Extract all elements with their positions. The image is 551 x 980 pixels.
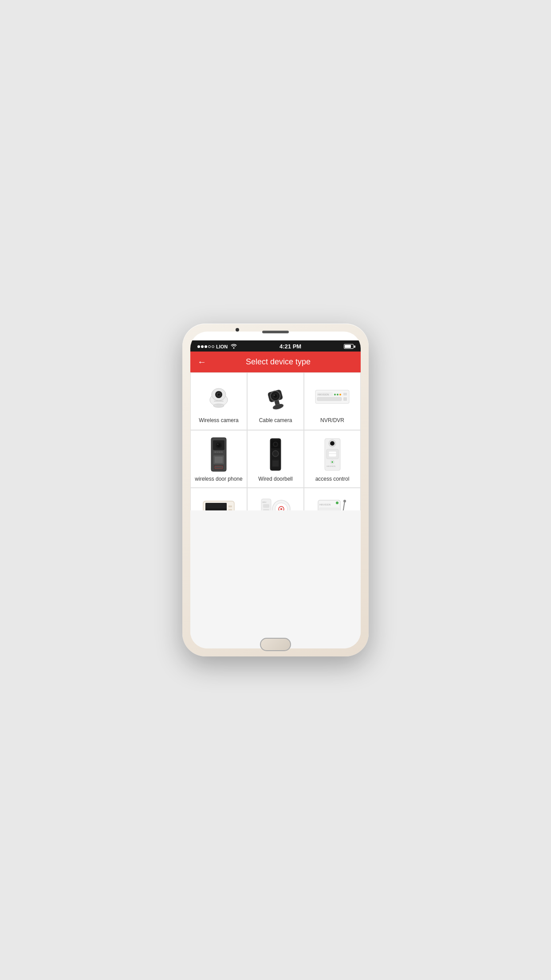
- device-image-wireless-camera: [201, 380, 236, 414]
- wifi-icon: [231, 344, 237, 350]
- device-label-access-control: access control: [315, 476, 350, 483]
- signal-dot-2: [201, 345, 204, 348]
- svg-text:HIKVISION: HIKVISION: [318, 393, 329, 396]
- svg-rect-22: [317, 397, 342, 401]
- svg-rect-32: [215, 457, 223, 463]
- battery-fill: [345, 345, 351, 348]
- carrier-label: LION: [216, 344, 228, 349]
- svg-point-15: [272, 403, 284, 410]
- device-label-wireless-door-phone-1: wireless door phone: [195, 476, 242, 483]
- app-header: ← Select device type: [190, 352, 361, 372]
- svg-rect-7: [216, 404, 221, 407]
- svg-rect-59: [228, 506, 232, 507]
- device-label-wired-doorbell: Wired doorbell: [258, 476, 292, 483]
- svg-point-20: [337, 394, 338, 395]
- svg-rect-34: [215, 466, 223, 469]
- device-image-wireless-door-phone-2: H: [201, 495, 236, 510]
- status-left: LION: [197, 344, 237, 350]
- signal-dot-5: [212, 345, 214, 348]
- svg-rect-66: [263, 504, 269, 508]
- svg-point-40: [273, 451, 278, 456]
- svg-rect-16: [315, 390, 349, 403]
- device-label-nvr-dvr: NVR/DVR: [320, 417, 344, 424]
- signal-dots: [197, 345, 214, 348]
- svg-rect-23: [343, 393, 347, 395]
- signal-dot-4: [208, 345, 211, 348]
- status-right: [344, 344, 354, 349]
- svg-rect-24: [343, 397, 347, 401]
- svg-point-29: [217, 444, 219, 445]
- svg-point-38: [274, 443, 277, 446]
- device-image-wired-doorbell: [258, 437, 293, 472]
- home-button[interactable]: [260, 638, 291, 651]
- svg-line-79: [342, 501, 345, 510]
- device-cell-access-control[interactable]: HIKVISION access control: [304, 430, 361, 488]
- svg-rect-58: [205, 503, 227, 508]
- device-cell-nvr-dvr[interactable]: HIKVISION NVR/DVR: [304, 372, 361, 430]
- svg-text:HIKV: HIKV: [262, 501, 267, 503]
- back-button[interactable]: ←: [197, 357, 211, 367]
- svg-point-54: [331, 461, 333, 463]
- empty-area: [190, 510, 361, 648]
- svg-point-5: [217, 393, 218, 394]
- device-label-wireless-camera: Wireless camera: [199, 417, 238, 424]
- phone-screen: LION 4:21 PM ← Select device type: [190, 332, 361, 648]
- svg-point-21: [339, 394, 341, 395]
- svg-point-71: [280, 508, 282, 510]
- device-image-cable-camera: [258, 380, 293, 414]
- speaker: [262, 331, 289, 333]
- signal-dot-1: [197, 345, 200, 348]
- svg-point-78: [336, 502, 338, 504]
- device-cell-wireless-door-phone-1[interactable]: HIKVISION wireless door phone: [190, 430, 247, 488]
- phone-frame: LION 4:21 PM ← Select device type: [182, 324, 369, 656]
- status-time: 4:21 PM: [279, 343, 301, 350]
- device-cell-wireless-alarm-host[interactable]: HIKV: [247, 488, 304, 510]
- device-label-cable-camera: Cable camera: [259, 417, 292, 424]
- svg-rect-8: [214, 401, 224, 402]
- signal-dot-3: [205, 345, 207, 348]
- svg-text:HIKVISION: HIKVISION: [319, 503, 331, 506]
- device-image-wireless-door-phone-1: HIKVISION: [201, 437, 236, 472]
- svg-point-80: [343, 500, 346, 502]
- status-bar: LION 4:21 PM: [190, 340, 361, 352]
- device-grid: Wireless camera: [190, 372, 361, 510]
- battery-icon: [344, 344, 354, 349]
- device-image-access-control: HIKVISION: [315, 437, 350, 472]
- svg-point-49: [331, 443, 333, 445]
- device-cell-wireless-camera[interactable]: Wireless camera: [190, 372, 247, 430]
- device-image-wired-alarm-host: HIKVISION: [315, 495, 350, 510]
- svg-text:HIKVISION: HIKVISION: [214, 451, 223, 453]
- device-cell-wired-doorbell[interactable]: Wired doorbell: [247, 430, 304, 488]
- device-cell-cable-camera[interactable]: Cable camera: [247, 372, 304, 430]
- page-title: Select device type: [216, 357, 340, 367]
- device-cell-wireless-door-phone-2[interactable]: H wireless door phone: [190, 488, 247, 510]
- svg-rect-41: [272, 460, 279, 467]
- svg-text:HIKVISION: HIKVISION: [327, 465, 335, 467]
- svg-point-19: [334, 394, 336, 395]
- phone-top-bar: [182, 324, 369, 336]
- svg-rect-51: [329, 451, 336, 457]
- device-image-wireless-alarm-host: HIKV: [258, 495, 293, 510]
- device-cell-wired-alarm-host[interactable]: HIKVISION Wired alarm host: [304, 488, 361, 510]
- device-image-nvr-dvr: HIKVISION: [315, 380, 350, 414]
- front-camera: [236, 328, 239, 332]
